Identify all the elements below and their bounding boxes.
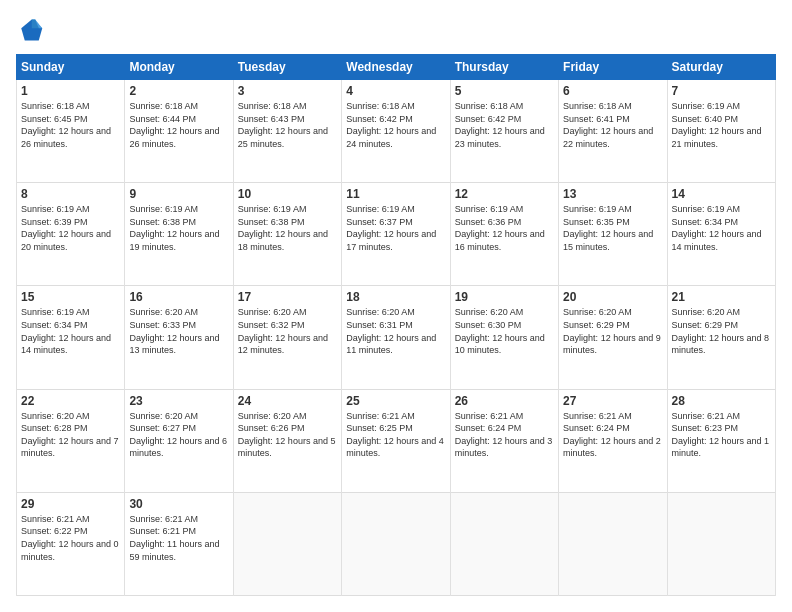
calendar-cell: 29 Sunrise: 6:21 AMSunset: 6:22 PMDaylig… [17, 492, 125, 595]
day-info: Sunrise: 6:19 AMSunset: 6:34 PMDaylight:… [672, 204, 762, 252]
calendar-table: SundayMondayTuesdayWednesdayThursdayFrid… [16, 54, 776, 596]
logo-icon [16, 16, 44, 44]
day-number: 29 [21, 497, 120, 511]
calendar-cell [233, 492, 341, 595]
calendar-cell [342, 492, 450, 595]
day-number: 10 [238, 187, 337, 201]
day-info: Sunrise: 6:20 AMSunset: 6:26 PMDaylight:… [238, 411, 336, 459]
day-info: Sunrise: 6:19 AMSunset: 6:38 PMDaylight:… [238, 204, 328, 252]
calendar: SundayMondayTuesdayWednesdayThursdayFrid… [16, 54, 776, 596]
calendar-cell: 15 Sunrise: 6:19 AMSunset: 6:34 PMDaylig… [17, 286, 125, 389]
day-info: Sunrise: 6:21 AMSunset: 6:25 PMDaylight:… [346, 411, 444, 459]
day-info: Sunrise: 6:19 AMSunset: 6:35 PMDaylight:… [563, 204, 653, 252]
day-number: 1 [21, 84, 120, 98]
weekday-header: Wednesday [342, 55, 450, 80]
calendar-cell [450, 492, 558, 595]
page: SundayMondayTuesdayWednesdayThursdayFrid… [0, 0, 792, 612]
day-info: Sunrise: 6:20 AMSunset: 6:29 PMDaylight:… [672, 307, 770, 355]
day-info: Sunrise: 6:18 AMSunset: 6:44 PMDaylight:… [129, 101, 219, 149]
day-number: 20 [563, 290, 662, 304]
day-number: 8 [21, 187, 120, 201]
day-info: Sunrise: 6:21 AMSunset: 6:22 PMDaylight:… [21, 514, 119, 562]
calendar-cell: 18 Sunrise: 6:20 AMSunset: 6:31 PMDaylig… [342, 286, 450, 389]
weekday-header: Thursday [450, 55, 558, 80]
day-info: Sunrise: 6:19 AMSunset: 6:39 PMDaylight:… [21, 204, 111, 252]
weekday-header: Monday [125, 55, 233, 80]
day-info: Sunrise: 6:19 AMSunset: 6:40 PMDaylight:… [672, 101, 762, 149]
day-number: 18 [346, 290, 445, 304]
calendar-cell: 1 Sunrise: 6:18 AMSunset: 6:45 PMDayligh… [17, 80, 125, 183]
day-number: 11 [346, 187, 445, 201]
calendar-cell: 19 Sunrise: 6:20 AMSunset: 6:30 PMDaylig… [450, 286, 558, 389]
calendar-cell: 26 Sunrise: 6:21 AMSunset: 6:24 PMDaylig… [450, 389, 558, 492]
calendar-cell: 28 Sunrise: 6:21 AMSunset: 6:23 PMDaylig… [667, 389, 775, 492]
day-info: Sunrise: 6:21 AMSunset: 6:24 PMDaylight:… [563, 411, 661, 459]
day-number: 30 [129, 497, 228, 511]
day-info: Sunrise: 6:19 AMSunset: 6:38 PMDaylight:… [129, 204, 219, 252]
calendar-cell: 4 Sunrise: 6:18 AMSunset: 6:42 PMDayligh… [342, 80, 450, 183]
calendar-cell: 12 Sunrise: 6:19 AMSunset: 6:36 PMDaylig… [450, 183, 558, 286]
day-info: Sunrise: 6:18 AMSunset: 6:42 PMDaylight:… [455, 101, 545, 149]
calendar-cell: 16 Sunrise: 6:20 AMSunset: 6:33 PMDaylig… [125, 286, 233, 389]
calendar-cell: 17 Sunrise: 6:20 AMSunset: 6:32 PMDaylig… [233, 286, 341, 389]
calendar-cell: 3 Sunrise: 6:18 AMSunset: 6:43 PMDayligh… [233, 80, 341, 183]
day-info: Sunrise: 6:20 AMSunset: 6:32 PMDaylight:… [238, 307, 328, 355]
day-number: 23 [129, 394, 228, 408]
day-number: 27 [563, 394, 662, 408]
calendar-week-row: 29 Sunrise: 6:21 AMSunset: 6:22 PMDaylig… [17, 492, 776, 595]
day-info: Sunrise: 6:20 AMSunset: 6:30 PMDaylight:… [455, 307, 545, 355]
day-number: 24 [238, 394, 337, 408]
calendar-cell: 20 Sunrise: 6:20 AMSunset: 6:29 PMDaylig… [559, 286, 667, 389]
calendar-week-row: 8 Sunrise: 6:19 AMSunset: 6:39 PMDayligh… [17, 183, 776, 286]
calendar-week-row: 22 Sunrise: 6:20 AMSunset: 6:28 PMDaylig… [17, 389, 776, 492]
day-number: 25 [346, 394, 445, 408]
calendar-cell: 21 Sunrise: 6:20 AMSunset: 6:29 PMDaylig… [667, 286, 775, 389]
day-number: 17 [238, 290, 337, 304]
weekday-header: Friday [559, 55, 667, 80]
calendar-header: SundayMondayTuesdayWednesdayThursdayFrid… [17, 55, 776, 80]
header-row: SundayMondayTuesdayWednesdayThursdayFrid… [17, 55, 776, 80]
calendar-cell [667, 492, 775, 595]
day-number: 13 [563, 187, 662, 201]
calendar-cell: 6 Sunrise: 6:18 AMSunset: 6:41 PMDayligh… [559, 80, 667, 183]
day-number: 2 [129, 84, 228, 98]
day-info: Sunrise: 6:18 AMSunset: 6:41 PMDaylight:… [563, 101, 653, 149]
calendar-cell: 8 Sunrise: 6:19 AMSunset: 6:39 PMDayligh… [17, 183, 125, 286]
day-number: 7 [672, 84, 771, 98]
calendar-week-row: 1 Sunrise: 6:18 AMSunset: 6:45 PMDayligh… [17, 80, 776, 183]
logo [16, 16, 48, 44]
day-number: 16 [129, 290, 228, 304]
calendar-cell: 14 Sunrise: 6:19 AMSunset: 6:34 PMDaylig… [667, 183, 775, 286]
day-info: Sunrise: 6:20 AMSunset: 6:29 PMDaylight:… [563, 307, 661, 355]
day-info: Sunrise: 6:18 AMSunset: 6:43 PMDaylight:… [238, 101, 328, 149]
day-info: Sunrise: 6:20 AMSunset: 6:28 PMDaylight:… [21, 411, 119, 459]
calendar-cell: 5 Sunrise: 6:18 AMSunset: 6:42 PMDayligh… [450, 80, 558, 183]
calendar-cell: 30 Sunrise: 6:21 AMSunset: 6:21 PMDaylig… [125, 492, 233, 595]
calendar-cell: 10 Sunrise: 6:19 AMSunset: 6:38 PMDaylig… [233, 183, 341, 286]
day-number: 15 [21, 290, 120, 304]
calendar-body: 1 Sunrise: 6:18 AMSunset: 6:45 PMDayligh… [17, 80, 776, 596]
calendar-cell: 2 Sunrise: 6:18 AMSunset: 6:44 PMDayligh… [125, 80, 233, 183]
day-number: 6 [563, 84, 662, 98]
calendar-cell: 23 Sunrise: 6:20 AMSunset: 6:27 PMDaylig… [125, 389, 233, 492]
day-number: 3 [238, 84, 337, 98]
day-info: Sunrise: 6:19 AMSunset: 6:36 PMDaylight:… [455, 204, 545, 252]
day-number: 28 [672, 394, 771, 408]
calendar-cell [559, 492, 667, 595]
day-info: Sunrise: 6:21 AMSunset: 6:24 PMDaylight:… [455, 411, 553, 459]
day-number: 4 [346, 84, 445, 98]
day-number: 12 [455, 187, 554, 201]
day-number: 26 [455, 394, 554, 408]
calendar-cell: 13 Sunrise: 6:19 AMSunset: 6:35 PMDaylig… [559, 183, 667, 286]
day-number: 14 [672, 187, 771, 201]
day-number: 21 [672, 290, 771, 304]
day-number: 5 [455, 84, 554, 98]
day-info: Sunrise: 6:20 AMSunset: 6:33 PMDaylight:… [129, 307, 219, 355]
day-info: Sunrise: 6:21 AMSunset: 6:23 PMDaylight:… [672, 411, 770, 459]
day-info: Sunrise: 6:18 AMSunset: 6:42 PMDaylight:… [346, 101, 436, 149]
calendar-cell: 7 Sunrise: 6:19 AMSunset: 6:40 PMDayligh… [667, 80, 775, 183]
calendar-cell: 9 Sunrise: 6:19 AMSunset: 6:38 PMDayligh… [125, 183, 233, 286]
day-info: Sunrise: 6:20 AMSunset: 6:31 PMDaylight:… [346, 307, 436, 355]
weekday-header: Tuesday [233, 55, 341, 80]
calendar-cell: 11 Sunrise: 6:19 AMSunset: 6:37 PMDaylig… [342, 183, 450, 286]
